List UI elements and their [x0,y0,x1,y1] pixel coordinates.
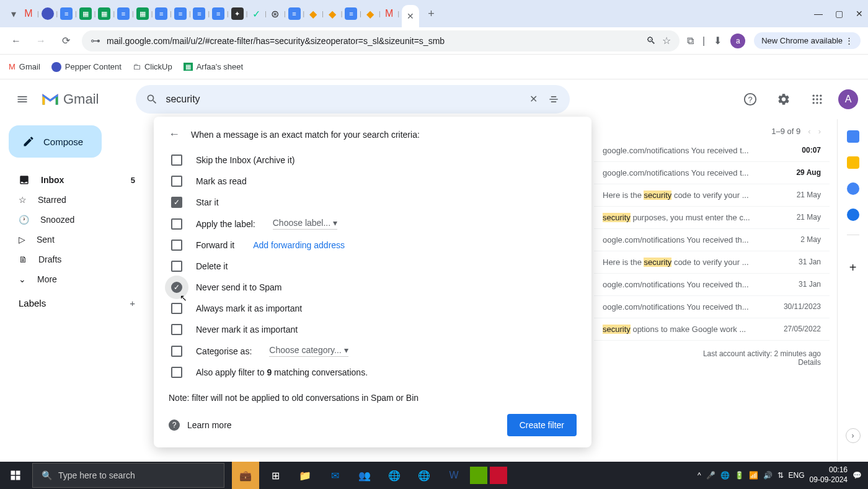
details-link[interactable]: Details [603,358,821,367]
site-info-icon[interactable]: ⊶ [91,35,100,47]
tab-icon[interactable]: ≡ [60,7,73,20]
clear-search-icon[interactable]: ✕ [529,93,538,105]
nav-starred[interactable]: ☆ Starred [5,190,149,210]
filter-option-0[interactable]: Skip the Inbox (Archive it) [169,150,577,171]
task-view-icon[interactable]: ⊞ [262,462,289,489]
zoom-icon[interactable]: 🔍︎ [646,35,656,47]
profile-chip[interactable]: a [730,34,745,48]
file-explorer-icon[interactable]: 📁 [291,462,319,489]
hamburger-icon[interactable] [10,87,35,112]
mail-row[interactable]: security purposes, you must enter the c.… [594,207,830,229]
tab-icon[interactable]: ≡ [117,7,130,20]
checkbox[interactable] [171,197,182,208]
chrome-icon[interactable]: 🌐 [381,462,408,489]
compose-button[interactable]: Compose [9,125,102,158]
search-options-icon[interactable] [547,93,560,105]
tray-battery-icon[interactable]: 🔋 [735,471,744,480]
search-input[interactable] [166,94,522,105]
next-page-icon[interactable]: › [818,127,821,136]
bookmark-pepper[interactable]: Pepper Content [51,62,122,72]
camtasia-icon[interactable] [470,467,487,484]
checkbox[interactable] [171,261,182,272]
tray-globe-icon[interactable]: 🌐 [720,471,730,480]
tray-chevron-icon[interactable]: ^ [698,471,701,480]
minimize-icon[interactable]: — [814,9,823,19]
filter-option-7[interactable]: Always mark it as important [169,298,577,319]
create-filter-button[interactable]: Create filter [507,414,577,436]
mail-row[interactable]: security options to make Google work ...… [594,318,830,341]
help-icon[interactable]: ? [738,87,763,112]
expand-panel-icon[interactable]: › [846,428,861,443]
back-icon[interactable]: ← [7,32,25,50]
tab-icon[interactable]: ✓ [250,7,262,20]
camtasia-icon-2[interactable] [490,467,507,484]
tab-icon[interactable]: ◆ [326,7,339,20]
downloads-icon[interactable]: ⬇ [714,35,722,47]
checkbox[interactable] [171,176,182,187]
filter-option-6[interactable]: Never send it to Spam [169,277,577,298]
mail-row[interactable]: oogle.com/notifications You received th.… [594,296,830,318]
mail-row[interactable]: oogle.com/notifications You received th.… [594,229,830,251]
mail-row[interactable]: oogle.com/notifications You received th.… [594,274,830,296]
close-window-icon[interactable]: ✕ [856,9,863,19]
nav-more[interactable]: ⌄ More [5,269,149,289]
nav-sent[interactable]: ▷ Sent [5,230,149,249]
checkbox[interactable] [171,367,182,378]
back-icon[interactable]: ← [169,128,180,141]
filter-option-2[interactable]: Star it [169,192,577,213]
select-dropdown[interactable]: Choose category... ▾ [269,345,348,357]
close-icon[interactable]: ✕ [407,11,414,21]
add-addon-icon[interactable]: + [849,261,857,275]
active-tab[interactable]: ✕ [402,5,419,27]
tab-icon[interactable]: ◆ [364,7,376,20]
start-button[interactable] [0,462,31,489]
search-box[interactable]: ✕ [136,85,570,114]
prev-page-icon[interactable]: ‹ [808,127,810,136]
tab-icon[interactable] [42,7,54,20]
bookmark-arfaa[interactable]: ▦Arfaa's sheet [184,62,243,71]
taskbar-clock[interactable]: 00:16 09-09-2024 [810,465,848,485]
tab-icon[interactable]: ▦ [98,7,110,20]
tab-icon[interactable]: M [383,7,396,20]
tab-icon[interactable]: ⊛ [269,7,281,20]
tab-icon[interactable]: ▦ [136,7,149,20]
tab-icon[interactable]: ◆ [307,7,319,20]
tray-lang[interactable]: ENG [789,471,805,480]
chrome-icon-2[interactable]: 🌐 [410,462,438,489]
mail-row[interactable]: Here is the security code to verify your… [594,184,830,207]
gmail-logo[interactable]: Gmail [41,91,99,107]
forward-address-link[interactable]: Add forwarding address [253,240,345,250]
outlook-icon[interactable]: ✉ [321,462,348,489]
checkbox[interactable] [171,240,182,251]
filter-option-4[interactable]: Forward itAdd forwarding address [169,235,577,256]
tab-icon[interactable]: ✦ [231,7,244,20]
word-icon[interactable]: W [440,462,467,489]
filter-option-1[interactable]: Mark as read [169,171,577,192]
apps-icon[interactable] [805,87,830,112]
checkbox[interactable] [171,346,182,357]
settings-icon[interactable] [771,87,796,112]
task-app-icon[interactable]: 💼 [232,462,259,489]
tab-icon[interactable]: ▦ [79,7,92,20]
tab-icon[interactable]: ≡ [174,7,187,20]
mail-row[interactable]: Here is the security code to verify your… [594,251,830,274]
checkbox[interactable] [171,303,182,314]
teams-icon[interactable]: 👥 [351,462,378,489]
tray-wifi-icon[interactable]: 📶 [749,471,758,480]
tab-icon[interactable]: ≡ [345,7,357,20]
learn-more-link[interactable]: ? Learn more [169,419,232,431]
filter-option-9[interactable]: Categorise as:Choose category... ▾ [169,340,577,362]
tab-icon[interactable]: ≡ [212,7,224,20]
add-label-icon[interactable]: + [130,298,135,308]
filter-also-apply[interactable]: Also apply filter to 9 matching conversa… [169,362,577,383]
profile-avatar[interactable]: A [838,89,858,109]
forward-icon[interactable]: → [32,32,50,50]
bookmark-gmail[interactable]: MGmail [9,62,40,71]
reload-icon[interactable]: ⟳ [57,32,74,50]
keep-icon[interactable] [847,156,859,169]
tab-dropdown-icon[interactable]: ▾ [5,5,22,22]
new-tab-icon[interactable]: + [428,7,435,20]
tab-icon[interactable]: ≡ [193,7,205,20]
tab-icon[interactable]: ≡ [288,7,301,20]
taskbar-search[interactable]: 🔍 Type here to search [32,463,224,488]
